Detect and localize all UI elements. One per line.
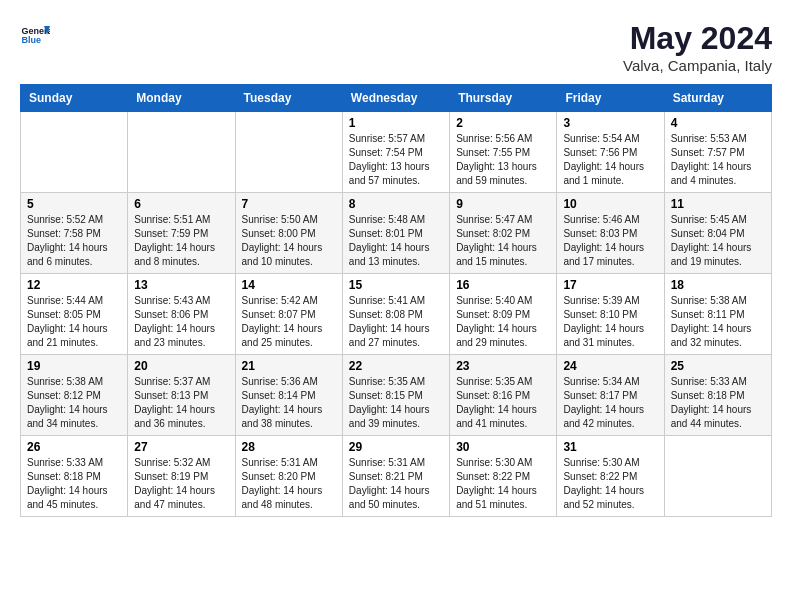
weekday-header-sunday: Sunday xyxy=(21,85,128,112)
calendar-header-row: SundayMondayTuesdayWednesdayThursdayFrid… xyxy=(21,85,772,112)
day-info: Sunrise: 5:50 AM Sunset: 8:00 PM Dayligh… xyxy=(242,213,336,269)
day-number: 19 xyxy=(27,359,121,373)
calendar-cell: 1Sunrise: 5:57 AM Sunset: 7:54 PM Daylig… xyxy=(342,112,449,193)
logo: General Blue xyxy=(20,20,50,50)
day-info: Sunrise: 5:31 AM Sunset: 8:21 PM Dayligh… xyxy=(349,456,443,512)
calendar-cell: 20Sunrise: 5:37 AM Sunset: 8:13 PM Dayli… xyxy=(128,355,235,436)
day-info: Sunrise: 5:30 AM Sunset: 8:22 PM Dayligh… xyxy=(563,456,657,512)
day-info: Sunrise: 5:54 AM Sunset: 7:56 PM Dayligh… xyxy=(563,132,657,188)
day-info: Sunrise: 5:41 AM Sunset: 8:08 PM Dayligh… xyxy=(349,294,443,350)
day-number: 8 xyxy=(349,197,443,211)
day-info: Sunrise: 5:38 AM Sunset: 8:12 PM Dayligh… xyxy=(27,375,121,431)
day-info: Sunrise: 5:34 AM Sunset: 8:17 PM Dayligh… xyxy=(563,375,657,431)
calendar-cell: 13Sunrise: 5:43 AM Sunset: 8:06 PM Dayli… xyxy=(128,274,235,355)
weekday-header-saturday: Saturday xyxy=(664,85,771,112)
calendar-cell: 31Sunrise: 5:30 AM Sunset: 8:22 PM Dayli… xyxy=(557,436,664,517)
calendar-cell: 24Sunrise: 5:34 AM Sunset: 8:17 PM Dayli… xyxy=(557,355,664,436)
day-info: Sunrise: 5:42 AM Sunset: 8:07 PM Dayligh… xyxy=(242,294,336,350)
calendar-cell xyxy=(21,112,128,193)
weekday-header-tuesday: Tuesday xyxy=(235,85,342,112)
svg-text:Blue: Blue xyxy=(22,35,42,45)
calendar-cell: 10Sunrise: 5:46 AM Sunset: 8:03 PM Dayli… xyxy=(557,193,664,274)
day-info: Sunrise: 5:33 AM Sunset: 8:18 PM Dayligh… xyxy=(27,456,121,512)
day-info: Sunrise: 5:36 AM Sunset: 8:14 PM Dayligh… xyxy=(242,375,336,431)
day-info: Sunrise: 5:31 AM Sunset: 8:20 PM Dayligh… xyxy=(242,456,336,512)
calendar-cell: 6Sunrise: 5:51 AM Sunset: 7:59 PM Daylig… xyxy=(128,193,235,274)
day-number: 27 xyxy=(134,440,228,454)
calendar-cell: 15Sunrise: 5:41 AM Sunset: 8:08 PM Dayli… xyxy=(342,274,449,355)
calendar-cell: 21Sunrise: 5:36 AM Sunset: 8:14 PM Dayli… xyxy=(235,355,342,436)
weekday-header-monday: Monday xyxy=(128,85,235,112)
location-title: Valva, Campania, Italy xyxy=(623,57,772,74)
day-number: 20 xyxy=(134,359,228,373)
calendar-cell: 4Sunrise: 5:53 AM Sunset: 7:57 PM Daylig… xyxy=(664,112,771,193)
logo-icon: General Blue xyxy=(20,20,50,50)
calendar-cell: 26Sunrise: 5:33 AM Sunset: 8:18 PM Dayli… xyxy=(21,436,128,517)
day-number: 22 xyxy=(349,359,443,373)
day-info: Sunrise: 5:53 AM Sunset: 7:57 PM Dayligh… xyxy=(671,132,765,188)
calendar-cell: 23Sunrise: 5:35 AM Sunset: 8:16 PM Dayli… xyxy=(450,355,557,436)
calendar-cell: 19Sunrise: 5:38 AM Sunset: 8:12 PM Dayli… xyxy=(21,355,128,436)
day-number: 17 xyxy=(563,278,657,292)
day-number: 7 xyxy=(242,197,336,211)
title-block: May 2024 Valva, Campania, Italy xyxy=(623,20,772,74)
calendar-cell: 7Sunrise: 5:50 AM Sunset: 8:00 PM Daylig… xyxy=(235,193,342,274)
calendar-cell: 2Sunrise: 5:56 AM Sunset: 7:55 PM Daylig… xyxy=(450,112,557,193)
day-number: 3 xyxy=(563,116,657,130)
calendar-table: SundayMondayTuesdayWednesdayThursdayFrid… xyxy=(20,84,772,517)
day-number: 13 xyxy=(134,278,228,292)
month-title: May 2024 xyxy=(623,20,772,57)
calendar-cell: 12Sunrise: 5:44 AM Sunset: 8:05 PM Dayli… xyxy=(21,274,128,355)
day-number: 23 xyxy=(456,359,550,373)
day-number: 26 xyxy=(27,440,121,454)
day-info: Sunrise: 5:52 AM Sunset: 7:58 PM Dayligh… xyxy=(27,213,121,269)
day-info: Sunrise: 5:57 AM Sunset: 7:54 PM Dayligh… xyxy=(349,132,443,188)
calendar-week-2: 5Sunrise: 5:52 AM Sunset: 7:58 PM Daylig… xyxy=(21,193,772,274)
day-number: 9 xyxy=(456,197,550,211)
calendar-cell: 11Sunrise: 5:45 AM Sunset: 8:04 PM Dayli… xyxy=(664,193,771,274)
day-number: 1 xyxy=(349,116,443,130)
calendar-cell: 3Sunrise: 5:54 AM Sunset: 7:56 PM Daylig… xyxy=(557,112,664,193)
calendar-week-1: 1Sunrise: 5:57 AM Sunset: 7:54 PM Daylig… xyxy=(21,112,772,193)
day-info: Sunrise: 5:35 AM Sunset: 8:16 PM Dayligh… xyxy=(456,375,550,431)
day-info: Sunrise: 5:46 AM Sunset: 8:03 PM Dayligh… xyxy=(563,213,657,269)
day-info: Sunrise: 5:43 AM Sunset: 8:06 PM Dayligh… xyxy=(134,294,228,350)
day-number: 6 xyxy=(134,197,228,211)
day-number: 15 xyxy=(349,278,443,292)
calendar-cell: 30Sunrise: 5:30 AM Sunset: 8:22 PM Dayli… xyxy=(450,436,557,517)
day-info: Sunrise: 5:38 AM Sunset: 8:11 PM Dayligh… xyxy=(671,294,765,350)
day-number: 30 xyxy=(456,440,550,454)
day-number: 16 xyxy=(456,278,550,292)
day-info: Sunrise: 5:56 AM Sunset: 7:55 PM Dayligh… xyxy=(456,132,550,188)
day-number: 21 xyxy=(242,359,336,373)
weekday-header-wednesday: Wednesday xyxy=(342,85,449,112)
calendar-cell: 29Sunrise: 5:31 AM Sunset: 8:21 PM Dayli… xyxy=(342,436,449,517)
day-number: 5 xyxy=(27,197,121,211)
calendar-cell xyxy=(235,112,342,193)
calendar-week-3: 12Sunrise: 5:44 AM Sunset: 8:05 PM Dayli… xyxy=(21,274,772,355)
calendar-week-4: 19Sunrise: 5:38 AM Sunset: 8:12 PM Dayli… xyxy=(21,355,772,436)
calendar-cell xyxy=(128,112,235,193)
day-info: Sunrise: 5:45 AM Sunset: 8:04 PM Dayligh… xyxy=(671,213,765,269)
calendar-cell: 14Sunrise: 5:42 AM Sunset: 8:07 PM Dayli… xyxy=(235,274,342,355)
day-number: 14 xyxy=(242,278,336,292)
day-number: 4 xyxy=(671,116,765,130)
calendar-cell: 22Sunrise: 5:35 AM Sunset: 8:15 PM Dayli… xyxy=(342,355,449,436)
day-number: 2 xyxy=(456,116,550,130)
day-info: Sunrise: 5:44 AM Sunset: 8:05 PM Dayligh… xyxy=(27,294,121,350)
day-info: Sunrise: 5:47 AM Sunset: 8:02 PM Dayligh… xyxy=(456,213,550,269)
day-info: Sunrise: 5:48 AM Sunset: 8:01 PM Dayligh… xyxy=(349,213,443,269)
day-number: 28 xyxy=(242,440,336,454)
calendar-cell: 27Sunrise: 5:32 AM Sunset: 8:19 PM Dayli… xyxy=(128,436,235,517)
day-info: Sunrise: 5:39 AM Sunset: 8:10 PM Dayligh… xyxy=(563,294,657,350)
day-number: 29 xyxy=(349,440,443,454)
day-info: Sunrise: 5:35 AM Sunset: 8:15 PM Dayligh… xyxy=(349,375,443,431)
calendar-cell: 8Sunrise: 5:48 AM Sunset: 8:01 PM Daylig… xyxy=(342,193,449,274)
day-number: 18 xyxy=(671,278,765,292)
day-number: 12 xyxy=(27,278,121,292)
day-info: Sunrise: 5:40 AM Sunset: 8:09 PM Dayligh… xyxy=(456,294,550,350)
weekday-header-friday: Friday xyxy=(557,85,664,112)
calendar-cell: 9Sunrise: 5:47 AM Sunset: 8:02 PM Daylig… xyxy=(450,193,557,274)
day-info: Sunrise: 5:37 AM Sunset: 8:13 PM Dayligh… xyxy=(134,375,228,431)
calendar-cell: 18Sunrise: 5:38 AM Sunset: 8:11 PM Dayli… xyxy=(664,274,771,355)
